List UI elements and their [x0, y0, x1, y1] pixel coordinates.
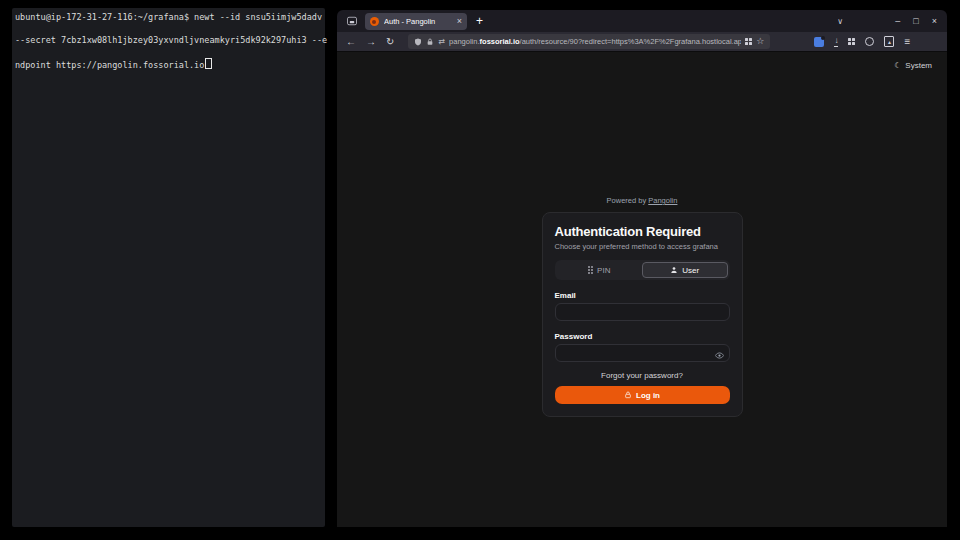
- round-extension-icon[interactable]: [865, 37, 874, 46]
- window-controls: – □ ×: [895, 10, 937, 32]
- terminal-window[interactable]: ubuntu@ip-172-31-27-116:~/grafana$ newt …: [12, 8, 325, 527]
- page-extension-icon[interactable]: ▴: [884, 36, 894, 47]
- theme-label: System: [905, 61, 932, 70]
- tab-bar: Auth - Pangolin × + ∨ – □ ×: [337, 10, 947, 32]
- powered-by: Powered by Pangolin: [607, 196, 678, 205]
- back-button[interactable]: ←: [346, 37, 356, 47]
- pangolin-link[interactable]: Pangolin: [648, 196, 677, 205]
- terminal-cursor: [205, 58, 212, 69]
- blue-extension-icon[interactable]: [814, 37, 824, 47]
- user-icon: [670, 266, 678, 274]
- password-field[interactable]: [555, 344, 730, 362]
- lock-icon[interactable]: [426, 38, 434, 46]
- url-bar[interactable]: ⇄ pangolin.fossorial.io/auth/resource/90…: [408, 34, 770, 49]
- tab-close-icon[interactable]: ×: [457, 17, 462, 26]
- email-label: Email: [555, 291, 730, 300]
- page-content: ☾ System Powered by Pangolin Authenticat…: [337, 52, 947, 527]
- pangolin-favicon: [370, 17, 379, 26]
- forgot-password-link[interactable]: Forgot your password?: [555, 371, 730, 380]
- bookmark-star-icon[interactable]: ☆: [756, 37, 764, 46]
- card-title: Authentication Required: [555, 224, 730, 239]
- downloads-icon[interactable]: ↓: [834, 37, 838, 47]
- password-label: Password: [555, 332, 730, 341]
- firefox-view-icon[interactable]: [346, 15, 358, 27]
- minimize-button[interactable]: –: [895, 17, 900, 26]
- tab-title: Auth - Pangolin: [384, 17, 457, 26]
- email-field[interactable]: [555, 303, 730, 321]
- browser-tab-auth-pangolin[interactable]: Auth - Pangolin ×: [365, 13, 467, 30]
- menu-hamburger-icon[interactable]: ≡: [904, 37, 910, 47]
- card-subtitle: Choose your preferred method to access g…: [555, 242, 730, 251]
- browser-toolbar: ← → ↻ ⇄ pangolin.fossorial.io/auth/resou…: [337, 32, 947, 52]
- new-tab-button[interactable]: +: [476, 15, 483, 27]
- tab-pin[interactable]: PIN: [557, 262, 643, 278]
- theme-moon-icon: ☾: [894, 61, 901, 70]
- translate-icon[interactable]: ⇄: [438, 38, 445, 46]
- url-text: pangolin.fossorial.io/auth/resource/90?r…: [449, 37, 741, 46]
- login-lock-icon: [624, 391, 632, 399]
- show-password-eye-icon[interactable]: [715, 351, 724, 360]
- close-window-button[interactable]: ×: [932, 17, 937, 26]
- browser-window: Auth - Pangolin × + ∨ – □ × ← → ↻ ⇄ pang…: [337, 10, 947, 527]
- terminal-line: --secret 7cbz1xw08lh1jbzey03yxvndljvneam…: [15, 35, 327, 45]
- list-all-tabs-icon[interactable]: ∨: [837, 17, 843, 26]
- tab-user[interactable]: User: [642, 262, 728, 278]
- login-button[interactable]: Log in: [555, 386, 730, 404]
- auth-card: Authentication Required Choose your pref…: [542, 212, 743, 417]
- terminal-line: ubuntu@ip-172-31-27-116:~/grafana$ newt …: [15, 12, 322, 22]
- maximize-button[interactable]: □: [913, 17, 918, 26]
- forward-button[interactable]: →: [366, 37, 376, 47]
- page-action-grid-icon[interactable]: [745, 38, 752, 45]
- reload-button[interactable]: ↻: [386, 37, 394, 47]
- extensions-icon[interactable]: [848, 38, 855, 45]
- theme-selector[interactable]: ☾ System: [894, 61, 932, 70]
- pin-icon: [588, 266, 593, 274]
- shield-icon[interactable]: [414, 38, 422, 46]
- auth-method-tabs: PIN User: [555, 260, 730, 280]
- terminal-line: ndpoint https://pangolin.fossorial.io: [15, 60, 204, 70]
- toolbar-extensions: ↓ ▴ ≡: [814, 36, 910, 47]
